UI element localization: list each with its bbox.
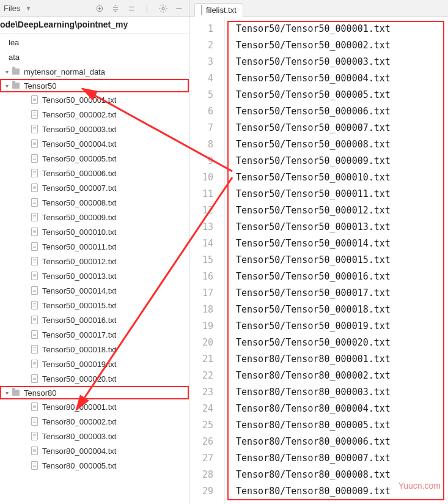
line-number: 18 [189, 302, 213, 318]
chevron-down-icon[interactable]: ▾ [2, 83, 11, 89]
tree-file[interactable]: Tensor50_000004.txt [0, 136, 189, 151]
tree-label: Tensor50_000006.txt [42, 169, 116, 178]
tree-file[interactable]: Tensor80_000001.txt [0, 399, 189, 414]
tree-file[interactable]: Tensor50_000015.txt [0, 298, 189, 313]
code-line[interactable]: Tensor50/Tensor50_000020.txt [236, 335, 448, 351]
editor[interactable]: 1234567891011121314151617181920212223242… [189, 17, 448, 504]
tree-file[interactable]: Tensor50_000020.txt [0, 371, 189, 386]
code-line[interactable]: Tensor50/Tensor50_000013.txt [236, 219, 448, 235]
tree-file[interactable]: Tensor50_000012.txt [0, 254, 189, 269]
line-number: 8 [189, 136, 213, 153]
tree-file[interactable]: Tensor50_000008.txt [0, 195, 189, 210]
panel-title[interactable]: Files [4, 4, 20, 13]
code-line[interactable]: Tensor50/Tensor50_000002.txt [236, 37, 448, 54]
file-icon [29, 359, 39, 369]
code-line[interactable]: Tensor50/Tensor50_000004.txt [236, 70, 448, 87]
tree-label: Tensor80_000002.txt [42, 417, 116, 426]
line-number: 6 [189, 103, 213, 120]
tree-item[interactable]: ata [0, 50, 189, 64]
code-line[interactable]: Tensor80/Tensor80_000009.txt [236, 483, 448, 500]
file-icon [29, 417, 39, 426]
chevron-down-icon[interactable]: ▾ [2, 69, 11, 75]
tree-file[interactable]: Tensor50_000005.txt [0, 151, 189, 166]
code-line[interactable]: Tensor50/Tensor50_000001.txt [236, 21, 448, 37]
tree-file[interactable]: Tensor80_000004.txt [0, 443, 189, 458]
tree-file[interactable]: Tensor50_000007.txt [0, 180, 189, 195]
file-icon [29, 461, 39, 470]
tree-folder-tensor50[interactable]: ▾ Tensor50 [0, 79, 189, 92]
code-line[interactable]: Tensor50/Tensor50_000007.txt [236, 120, 448, 136]
tree-file[interactable]: Tensor50_000010.txt [0, 224, 189, 239]
code-line[interactable]: Tensor50/Tensor50_000019.txt [236, 318, 448, 335]
code-line[interactable]: Tensor80/Tensor80_000005.txt [236, 417, 448, 434]
tree-label: Tensor50_000013.txt [42, 272, 116, 281]
code-line[interactable]: Tensor50/Tensor50_000003.txt [236, 54, 448, 70]
tree-file[interactable]: Tensor50_000017.txt [0, 327, 189, 342]
folder-icon [11, 81, 21, 91]
file-icon [29, 315, 39, 325]
tree-file[interactable]: Tensor80_000005.txt [0, 458, 189, 473]
code-line[interactable]: Tensor80/Tensor80_000003.txt [236, 384, 448, 401]
code-line[interactable]: Tensor80/Tensor80_000008.txt [236, 467, 448, 483]
code-line[interactable]: Tensor50/Tensor50_000006.txt [236, 103, 448, 120]
minimize-icon[interactable] [173, 2, 185, 15]
tree-label: Tensor50 [24, 81, 56, 91]
tree-folder[interactable]: ▾ mytensor_normal_data [0, 64, 189, 79]
tree-file[interactable]: Tensor50_000016.txt [0, 313, 189, 327]
expand-all-icon[interactable] [109, 2, 122, 15]
line-number: 27 [189, 450, 213, 467]
code-line[interactable]: Tensor50/Tensor50_000005.txt [236, 87, 448, 103]
code-area[interactable]: Tensor50/Tensor50_000001.txtTensor50/Ten… [225, 17, 448, 504]
code-line[interactable]: Tensor50/Tensor50_000018.txt [236, 302, 448, 318]
breadcrumb[interactable]: ode\DeepLearning\pointnet_my [0, 17, 189, 34]
line-number: 3 [189, 54, 213, 70]
tree-folder-tensor80[interactable]: ▾ Tensor80 [0, 386, 189, 399]
tree-label: Tensor50_000018.txt [42, 345, 116, 354]
collapse-all-icon[interactable] [125, 2, 138, 15]
file-icon [29, 139, 39, 149]
tree-file[interactable]: Tensor50_000006.txt [0, 166, 189, 180]
code-line[interactable]: Tensor50/Tensor50_000008.txt [236, 136, 448, 153]
line-number: 15 [189, 252, 213, 269]
file-icon [29, 154, 39, 163]
tree-file[interactable]: Tensor50_000009.txt [0, 210, 189, 224]
line-gutter: 1234567891011121314151617181920212223242… [189, 17, 225, 504]
line-number: 9 [189, 153, 213, 169]
tree-file[interactable]: Tensor80_000002.txt [0, 414, 189, 429]
tree-file[interactable]: Tensor50_000011.txt [0, 239, 189, 254]
line-number: 22 [189, 368, 213, 384]
tree-label: Tensor80_000001.txt [42, 402, 116, 412]
code-line[interactable]: Tensor50/Tensor50_000010.txt [236, 169, 448, 186]
code-line[interactable]: Tensor50/Tensor50_000014.txt [236, 235, 448, 252]
line-number: 21 [189, 351, 213, 368]
tree-file[interactable]: Tensor50_000003.txt [0, 122, 189, 136]
gear-icon[interactable] [157, 2, 169, 15]
tree-file[interactable]: Tensor50_000019.txt [0, 357, 189, 371]
tree-file[interactable]: Tensor50_000013.txt [0, 269, 189, 283]
line-number: 16 [189, 269, 213, 285]
tree-item[interactable]: lea [0, 35, 189, 50]
code-line[interactable]: Tensor80/Tensor80_000006.txt [236, 434, 448, 450]
tree-file[interactable]: Tensor50_000018.txt [0, 342, 189, 357]
code-line[interactable]: Tensor80/Tensor80_000004.txt [236, 401, 448, 417]
tab-filelist[interactable]: filelist.txt [194, 3, 243, 17]
target-icon[interactable] [94, 2, 106, 15]
tree-file[interactable]: Tensor50_000014.txt [0, 283, 189, 298]
code-line[interactable]: Tensor50/Tensor50_000017.txt [236, 285, 448, 302]
line-number: 28 [189, 467, 213, 483]
code-line[interactable]: Tensor80/Tensor80_000007.txt [236, 450, 448, 467]
tree-file[interactable]: Tensor50_000001.txt [0, 92, 189, 107]
tree-file[interactable]: Tensor50_000002.txt [0, 107, 189, 122]
chevron-down-icon[interactable]: ▾ [2, 390, 11, 396]
code-line[interactable]: Tensor80/Tensor80_000002.txt [236, 368, 448, 384]
code-line[interactable]: Tensor50/Tensor50_000009.txt [236, 153, 448, 169]
file-icon [29, 330, 39, 339]
file-icon [29, 402, 39, 412]
code-line[interactable]: Tensor50/Tensor50_000012.txt [236, 202, 448, 219]
code-line[interactable]: Tensor50/Tensor50_000015.txt [236, 252, 448, 269]
code-line[interactable]: Tensor80/Tensor80_000001.txt [236, 351, 448, 368]
code-line[interactable]: Tensor50/Tensor50_000016.txt [236, 269, 448, 285]
chevron-down-icon[interactable]: ▼ [25, 5, 31, 12]
code-line[interactable]: Tensor50/Tensor50_000011.txt [236, 186, 448, 202]
tree-file[interactable]: Tensor80_000003.txt [0, 429, 189, 443]
